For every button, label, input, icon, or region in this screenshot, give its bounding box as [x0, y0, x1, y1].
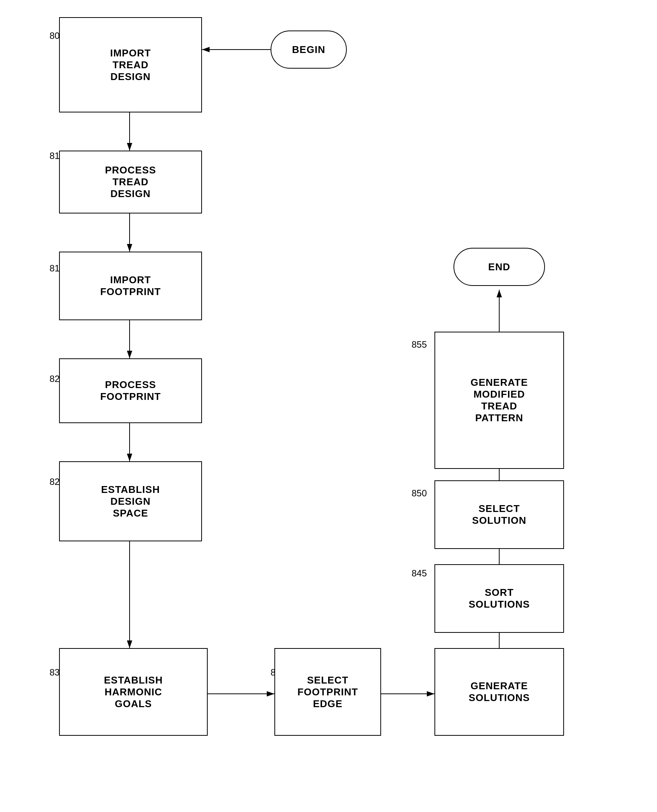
- establish-design-space-box: ESTABLISH DESIGN SPACE: [59, 461, 202, 541]
- sort-solutions-box: SORT SOLUTIONS: [434, 564, 564, 633]
- establish-harmonic-goals-box: ESTABLISH HARMONIC GOALS: [59, 648, 208, 736]
- step-855-label: 855: [412, 339, 427, 350]
- select-solution-box: SELECT SOLUTION: [434, 480, 564, 549]
- import-tread-design-box: IMPORT TREAD DESIGN: [59, 17, 202, 112]
- import-footprint-box: IMPORT FOOTPRINT: [59, 252, 202, 320]
- end-node: END: [453, 248, 545, 286]
- process-footprint-box: PROCESS FOOTPRINT: [59, 358, 202, 423]
- process-tread-design-box: PROCESS TREAD DESIGN: [59, 151, 202, 213]
- begin-node: BEGIN: [271, 30, 347, 69]
- select-footprint-edge-box: SELECT FOOTPRINT EDGE: [274, 648, 381, 736]
- step-850-label: 850: [412, 488, 427, 499]
- flowchart-diagram: BEGIN END 805 IMPORT TREAD DESIGN 810 PR…: [0, 0, 657, 812]
- generate-solutions-box: GENERATE SOLUTIONS: [434, 648, 564, 736]
- generate-modified-tread-pattern-box: GENERATE MODIFIED TREAD PATTERN: [434, 332, 564, 469]
- step-845-label: 845: [412, 568, 427, 579]
